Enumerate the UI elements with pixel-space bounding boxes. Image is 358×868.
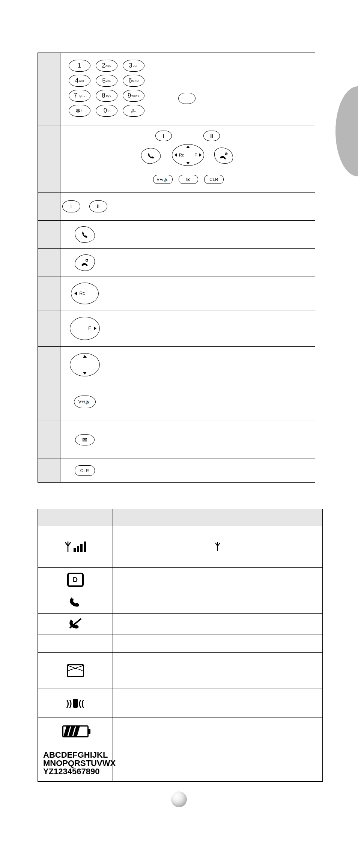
display-header-desc-col (113, 509, 322, 526)
key-4: 4GHI (69, 75, 90, 87)
softkeys-description (109, 193, 315, 220)
key-hash: #␣ (123, 105, 144, 117)
send-description (109, 221, 315, 248)
key-2: 2ABC (96, 60, 117, 72)
nav-right-icon: F (70, 317, 100, 340)
key-1: 1 (69, 60, 90, 72)
nav-left-description (109, 277, 315, 310)
dialpad: 1 2ABC 3DEF 4GHI 5JKL 6MNO 7PQRS 8TUV 9W… (69, 60, 144, 117)
volume-icon: V+/🔈 (74, 396, 96, 408)
end-description (109, 249, 315, 277)
blank-description (113, 635, 322, 652)
end-key-icon (212, 146, 235, 165)
side-tab (335, 86, 358, 176)
clr-key-icon: CLR (204, 175, 224, 184)
softkey-2-icon: II (203, 131, 220, 141)
nav-key-icon: Rc F (172, 144, 204, 166)
nav-updown-icon (70, 353, 100, 376)
clr-description (109, 459, 315, 482)
volume-description (109, 383, 315, 421)
end-icon (75, 254, 95, 271)
blank-icon-cell (38, 635, 113, 652)
key-star: ✽⇧ (69, 105, 90, 117)
key-7: 7PQRS (69, 90, 90, 102)
send-key-icon (140, 146, 162, 165)
mail-icon: ✉ (75, 434, 95, 445)
no-service-description (113, 614, 322, 635)
mail-description (109, 421, 315, 459)
send-icon (75, 226, 95, 243)
vibrate-description (113, 689, 322, 718)
digital-mode-description (113, 568, 322, 592)
character-set-description (113, 745, 322, 781)
message-icon (67, 664, 84, 677)
key-8: 8TUV (96, 90, 117, 102)
mail-key-icon: ✉ (179, 175, 198, 184)
display-icons-table: D (38, 509, 323, 782)
signal-strength-icon (65, 542, 86, 552)
in-use-description (113, 592, 322, 613)
battery-description (113, 718, 322, 745)
softkey-1-icon: I (155, 131, 172, 141)
page-sphere-icon (171, 791, 187, 807)
signal-strength-description (113, 526, 322, 567)
key-3: 3DEF (123, 60, 144, 72)
battery-icon (62, 725, 89, 737)
vibrate-icon: ))(( (66, 698, 84, 708)
display-header-icon-col (38, 509, 113, 526)
volume-key-icon: V+/🔈 (153, 175, 173, 184)
softkeys-icon: I II (62, 200, 107, 212)
side-key (178, 93, 196, 104)
clr-icon: CLR (75, 465, 95, 476)
key-9: 9WXYZ (123, 90, 144, 102)
nav-left-icon: Rc (71, 283, 99, 304)
character-set-icon: ABCDEFGHIJKL MNOPQRSTUVWX YZ1234567890 (43, 751, 116, 776)
keypad-table: 1 2ABC 3DEF 4GHI 5JKL 6MNO 7PQRS 8TUV 9W… (38, 53, 315, 483)
message-description (113, 653, 322, 689)
key-0: 0↻ (96, 105, 117, 117)
antenna-small-icon (215, 542, 221, 551)
nav-right-description (109, 310, 315, 346)
digital-mode-icon: D (67, 573, 84, 587)
key-5: 5JKL (96, 75, 117, 87)
controlpad-cluster: I II (139, 131, 236, 187)
nav-updown-description (109, 347, 315, 383)
no-service-icon (69, 618, 82, 630)
in-use-icon (69, 597, 82, 609)
key-6: 6MNO (123, 75, 144, 87)
